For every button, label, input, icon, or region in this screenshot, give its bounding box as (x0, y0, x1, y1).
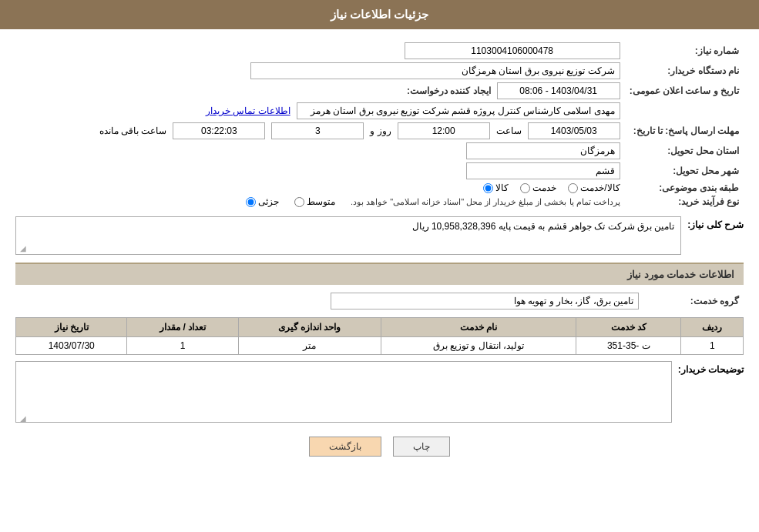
order-number-label: شماره نیاز: (625, 41, 744, 61)
print-button[interactable]: چاپ (393, 437, 450, 457)
category-kala-radio[interactable] (483, 183, 493, 193)
col-row-num: ردیف (681, 318, 744, 337)
contact-link[interactable]: اطلاعات تماس خریدار (206, 105, 291, 116)
description-value: تامین برق شرکت تک جواهر قشم به قیمت پایه… (15, 216, 681, 255)
purchase-motevaset-label: متوسط (307, 196, 335, 207)
deadline-date: 1403/05/03 (528, 122, 620, 139)
category-khedmat-radio[interactable] (520, 183, 530, 193)
purchase-note: پرداخت تمام یا بخشی از مبلغ خریدار از مح… (351, 197, 620, 207)
purchase-jozi-radio[interactable] (246, 197, 256, 207)
page-title: جزئیات اطلاعات نیاز (0, 0, 759, 29)
remaining-label: ساعت باقی مانده (99, 125, 167, 136)
table-row: 1ت -35-351تولید، انتقال و توزیع برقمتر11… (16, 337, 744, 355)
col-quantity: تعداد / مقدار (127, 318, 238, 337)
back-button[interactable]: بازگشت (309, 437, 381, 457)
deadline-days: 3 (271, 122, 364, 139)
order-number-value: 1103004106000478 (405, 42, 620, 59)
buyer-notes-label: توضیحات خریدار: (678, 361, 744, 375)
buyer-notes-textarea[interactable] (15, 361, 672, 423)
category-khedmat-label: خدمت (532, 182, 556, 193)
category-kala-label: کالا (495, 182, 509, 193)
category-kala-khedmat-label: کالا/خدمت (580, 182, 620, 193)
col-service-code: کد خدمت (576, 318, 681, 337)
service-group-value: تامین برق، گاز، بخار و تهویه هوا (331, 293, 639, 309)
deadline-day-label: روز و (370, 125, 391, 136)
city-value: قشم (466, 162, 620, 179)
col-unit: واحد اندازه گیری (238, 318, 381, 337)
description-label: شرح کلی نیاز: (687, 216, 744, 230)
creator-label: ایجاد کننده درخواست: (407, 85, 491, 96)
services-section-header: اطلاعات خدمات مورد نیاز (15, 263, 744, 285)
remaining-time: 03:22:03 (173, 122, 265, 139)
organization-value: شرکت توزیع نیروی برق استان هرمزگان (250, 62, 620, 79)
action-buttons: بازگشت چاپ (15, 437, 744, 457)
category-label: طبقه بندی موضوعی: (625, 181, 744, 195)
purchase-jozi-label: جزئی (258, 196, 279, 207)
purchase-motevaset-radio[interactable] (294, 197, 304, 207)
organization-label: نام دستگاه خریدار: (625, 61, 744, 81)
service-group-label: گروه خدمت: (643, 291, 744, 311)
purchase-type-label: نوع فرآیند خرید: (625, 195, 744, 209)
city-label: شهر محل تحویل: (625, 161, 744, 181)
province-value: هرمزگان (466, 142, 620, 159)
announce-value: 1403/04/31 - 08:06 (497, 82, 620, 99)
resize-handle-notes-icon: ◢ (17, 414, 26, 423)
creator-value: مهدی اسلامی کارشناس کنترل پروژه قشم شرکت… (297, 102, 620, 119)
resize-handle-icon: ◢ (17, 244, 26, 253)
province-label: استان محل تحویل: (625, 141, 744, 161)
deadline-label: مهلت ارسال پاسخ: تا تاریخ: (625, 121, 744, 141)
col-date: تاریخ نیاز (16, 318, 127, 337)
deadline-time-label: ساعت (496, 125, 522, 136)
category-kala-khedmat-radio[interactable] (568, 183, 578, 193)
deadline-time: 12:00 (398, 122, 490, 139)
announce-label: تاریخ و ساعت اعلان عمومی: (625, 81, 744, 101)
col-service-name: نام خدمت (381, 318, 576, 337)
